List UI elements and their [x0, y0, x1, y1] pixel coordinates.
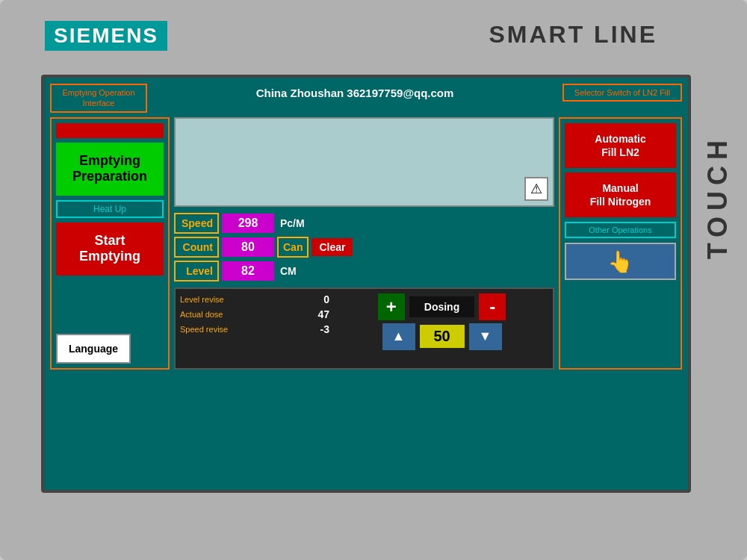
hand-icon: 👆	[607, 249, 633, 274]
revise-section: Level revise 0 Actual dose 47 Speed revi…	[180, 293, 329, 364]
dosing-top-row: + Dosing -	[378, 293, 506, 320]
dosing-controls: + Dosing - ▲ 50 ▼	[335, 293, 548, 364]
count-value: 80	[222, 237, 274, 257]
bottom-panel: Level revise 0 Actual dose 47 Speed revi…	[174, 287, 554, 370]
speed-label: Speed	[174, 213, 219, 234]
screen-top-bar: Emptying Operation Interface China Zhous…	[50, 84, 682, 113]
can-label: Can	[277, 237, 309, 258]
level-revise-label: Level revise	[180, 295, 224, 304]
emptying-preparation-button[interactable]: Emptying Preparation	[56, 143, 164, 196]
actual-dose-row: Actual dose 47	[180, 308, 329, 320]
actual-dose-value: 47	[307, 308, 329, 320]
speed-row: Speed 298 Pc/M	[174, 213, 554, 234]
count-label: Count	[174, 237, 219, 258]
actual-dose-label: Actual dose	[180, 310, 223, 319]
speed-revise-row: Speed revise -3	[180, 323, 329, 335]
speed-revise-value: -3	[307, 323, 329, 335]
right-panel: AutomaticFill LN2 ManualFill Nitrogen Ot…	[559, 117, 682, 370]
display-area: ⚠	[174, 117, 554, 207]
level-label: Level	[174, 261, 219, 281]
minus-button[interactable]: -	[479, 293, 506, 320]
dosing-label: Dosing	[409, 296, 474, 317]
hand-pointer-button[interactable]: 👆	[565, 243, 676, 280]
arrow-down-button[interactable]: ▼	[469, 323, 502, 350]
dosing-number: 50	[420, 325, 465, 348]
speed-value: 298	[222, 214, 274, 233]
outer-bezel: SIEMENS SMART LINE TOUCH Emptying Operat…	[0, 0, 747, 560]
other-operations-label: Other Operations	[565, 222, 676, 238]
level-row: Level 82 CM	[174, 261, 554, 281]
manual-fill-button[interactable]: ManualFill Nitrogen	[565, 172, 676, 217]
start-emptying-button[interactable]: StartEmptying	[56, 223, 164, 276]
level-unit: CM	[277, 265, 300, 277]
dosing-bottom-row: ▲ 50 ▼	[382, 323, 502, 350]
main-screen: Emptying Operation Interface China Zhous…	[41, 75, 691, 493]
language-button[interactable]: Language	[56, 334, 131, 364]
arrow-up-icon: ▲	[392, 329, 406, 344]
speed-revise-label: Speed revise	[180, 325, 228, 334]
smart-line-label: SMART LINE	[489, 21, 657, 49]
heat-up-label: Heat Up	[56, 200, 164, 218]
arrow-up-button[interactable]: ▲	[382, 323, 415, 350]
middle-panel: ⚠ Speed 298 Pc/M Count 80 Can	[174, 117, 554, 370]
level-revise-row: Level revise 0	[180, 293, 329, 305]
emptying-operation-label: Emptying Operation Interface	[50, 84, 147, 113]
touch-label: TOUCH	[702, 134, 734, 259]
level-value: 82	[222, 261, 274, 281]
left-panel: Emptying Preparation Heat Up StartEmptyi…	[50, 117, 170, 370]
clear-button[interactable]: Clear	[311, 238, 353, 256]
selector-switch-label: Selector Switch of LN2 Fill	[562, 84, 682, 102]
arrow-down-icon: ▼	[479, 329, 492, 344]
siemens-logo: SIEMENS	[45, 21, 167, 51]
screen-main-row: Emptying Preparation Heat Up StartEmptyi…	[50, 117, 682, 370]
contact-info: China Zhoushan 362197759@qq.com	[147, 84, 562, 102]
auto-fill-button[interactable]: AutomaticFill LN2	[565, 123, 676, 168]
red-indicator-bar	[56, 123, 164, 138]
data-rows: Speed 298 Pc/M Count 80 Can Clear Level	[174, 213, 554, 281]
level-revise-value: 0	[307, 293, 329, 305]
warning-icon: ⚠	[524, 177, 548, 201]
count-row: Count 80 Can Clear	[174, 237, 554, 258]
speed-unit: Pc/M	[277, 217, 308, 229]
plus-button[interactable]: +	[378, 293, 405, 320]
